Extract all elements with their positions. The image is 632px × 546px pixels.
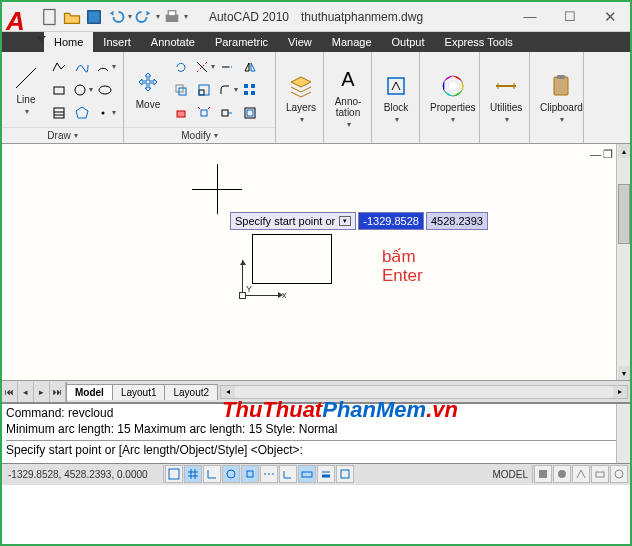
status-btn-1[interactable] [534,465,552,483]
status-coordinates[interactable]: -1329.8528, 4528.2393, 0.0000 [4,465,164,483]
copy-button[interactable] [170,79,192,101]
app-menu-button[interactable]: A [6,6,40,40]
array-button[interactable] [239,79,261,101]
snap-toggle[interactable] [165,465,183,483]
qat-open-icon[interactable] [62,7,82,27]
explode-button[interactable] [193,102,215,124]
tab-home[interactable]: Home [44,32,93,52]
dynamic-x-input[interactable]: -1329.8528 [358,212,424,230]
qat-save-icon[interactable] [84,7,104,27]
svg-rect-0 [44,9,55,24]
viewport-restore-icon[interactable]: ❐ [603,148,613,161]
tab-output[interactable]: Output [382,32,435,52]
panel-title-modify[interactable]: Modify ▾ [124,127,275,143]
layout-next-button[interactable]: ▸ [34,382,50,402]
clipboard-button[interactable]: Clipboard▾ [534,70,589,126]
polygon-button[interactable] [71,102,93,124]
qat-print-icon[interactable] [162,7,182,27]
rotate-button[interactable] [170,56,192,78]
tab-express-tools[interactable]: Express Tools [435,32,523,52]
status-btn-2[interactable] [553,465,571,483]
rectangle-button[interactable] [48,79,70,101]
qat-customize-icon[interactable]: ▾ [184,12,188,21]
ortho-toggle[interactable] [203,465,221,483]
stretch-button[interactable] [216,102,238,124]
modify-icon-grid: ▾ ▾ [170,56,261,124]
command-input[interactable]: Specify start point or [Arc length/Objec… [6,440,626,461]
command-window[interactable]: Command: revcloud Minimum arc length: 15… [2,402,630,463]
circle-button[interactable]: ▾ [71,79,93,101]
qat-new-icon[interactable] [40,7,60,27]
status-model-label[interactable]: MODEL [488,465,533,483]
mirror-button[interactable] [239,56,261,78]
tab-parametric[interactable]: Parametric [205,32,278,52]
dynamic-y-input[interactable]: 4528.2393 [426,212,488,230]
tab-manage[interactable]: Manage [322,32,382,52]
spline-button[interactable] [71,56,93,78]
panel-title-draw[interactable]: Draw ▾ [2,127,123,143]
utilities-button[interactable]: Utilities▾ [484,70,528,126]
layout-first-button[interactable]: ⏮ [2,382,18,402]
panel-annotation: A Anno- tation▾ [324,52,372,143]
svg-rect-3 [168,10,176,15]
maximize-button[interactable]: ☐ [550,3,590,31]
polyline-button[interactable] [48,56,70,78]
dynamic-options-icon[interactable]: ▾ [339,216,351,226]
scale-button[interactable] [193,79,215,101]
hatch-button[interactable] [48,102,70,124]
minimize-button[interactable]: — [510,3,550,31]
vertical-scrollbar[interactable]: ▴ ▾ [616,144,630,380]
qat-redo-icon[interactable] [134,7,154,27]
block-button[interactable]: Block▾ [376,70,416,126]
status-btn-4[interactable] [591,465,609,483]
grid-toggle[interactable] [184,465,202,483]
viewport-minimize-icon[interactable]: — [590,148,601,161]
ellipse-button[interactable] [94,79,116,101]
layers-button[interactable]: Layers▾ [280,70,322,126]
dynamic-prompt-text: Specify start point or ▾ [230,212,356,230]
ducs-toggle[interactable] [279,465,297,483]
scroll-right-button[interactable]: ▸ [613,386,627,398]
horizontal-scrollbar[interactable]: ◂ ▸ [220,385,628,399]
scroll-thumb[interactable] [618,184,630,244]
trim-button[interactable]: ▾ [193,56,215,78]
status-btn-3[interactable] [572,465,590,483]
extend-button[interactable] [216,56,238,78]
fillet-button[interactable]: ▾ [216,79,238,101]
qat-undo-icon[interactable] [106,7,126,27]
command-scrollbar[interactable] [616,404,630,463]
tab-view[interactable]: View [278,32,322,52]
dyn-toggle[interactable] [298,465,316,483]
point-button[interactable]: ▾ [94,102,116,124]
scroll-left-button[interactable]: ◂ [221,386,235,398]
layout-last-button[interactable]: ⏭ [50,382,66,402]
layout-tab-layout2[interactable]: Layout2 [164,384,218,400]
qp-toggle[interactable] [336,465,354,483]
tab-insert[interactable]: Insert [93,32,141,52]
properties-button[interactable]: Properties▾ [424,70,482,126]
layout-prev-button[interactable]: ◂ [18,382,34,402]
move-button[interactable]: Move [128,67,168,112]
svg-rect-19 [199,90,204,95]
lwt-toggle[interactable] [317,465,335,483]
qat-redo-dropdown-icon[interactable]: ▾ [156,12,160,21]
scroll-down-button[interactable]: ▾ [618,366,630,380]
qat-undo-dropdown-icon[interactable]: ▾ [128,12,132,21]
layout-tab-layout1[interactable]: Layout1 [112,384,166,400]
otrack-toggle[interactable] [260,465,278,483]
drawing-canvas[interactable]: — ❐ ✕ Specify start point or ▾ -1329.852… [2,144,630,380]
layout-tab-model[interactable]: Model [66,384,113,400]
osnap-toggle[interactable] [241,465,259,483]
scroll-up-button[interactable]: ▴ [618,144,630,158]
polar-toggle[interactable] [222,465,240,483]
annotation-button[interactable]: A Anno- tation▾ [328,64,368,131]
status-btn-5[interactable] [610,465,628,483]
arc-button[interactable]: ▾ [94,56,116,78]
offset-button[interactable] [239,102,261,124]
line-button[interactable]: Line ▾ [6,62,46,118]
move-label: Move [136,99,160,110]
erase-button[interactable] [170,102,192,124]
close-button[interactable]: ✕ [590,3,630,31]
drawn-rectangle [252,234,332,284]
tab-annotate[interactable]: Annotate [141,32,205,52]
